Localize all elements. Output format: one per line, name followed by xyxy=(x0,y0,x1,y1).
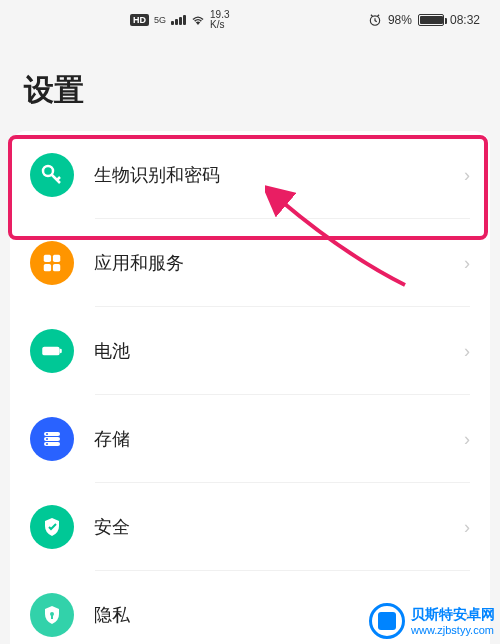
battery-icon xyxy=(30,329,74,373)
settings-item-biometrics[interactable]: 生物识别和密码 › xyxy=(10,131,490,219)
network-speed: 19.3 K/s xyxy=(210,10,229,30)
settings-item-battery[interactable]: 电池 › xyxy=(10,307,490,395)
watermark: 贝斯特安卓网 www.zjbstyy.com xyxy=(369,603,495,639)
alarm-icon xyxy=(368,13,382,27)
item-label: 电池 xyxy=(94,339,464,363)
battery-status-icon xyxy=(418,14,444,26)
settings-item-storage[interactable]: 存储 › xyxy=(10,395,490,483)
signal-icon xyxy=(171,15,186,25)
storage-icon xyxy=(30,417,74,461)
watermark-name: 贝斯特安卓网 xyxy=(411,605,495,623)
chevron-right-icon: › xyxy=(464,165,470,186)
chevron-right-icon: › xyxy=(464,517,470,538)
settings-item-security[interactable]: 安全 › xyxy=(10,483,490,571)
apps-icon xyxy=(30,241,74,285)
privacy-icon xyxy=(30,593,74,637)
settings-list: 生物识别和密码 › 应用和服务 › 电池 › 存储 › 安全 › 隐私 › xyxy=(10,131,490,644)
svg-rect-3 xyxy=(53,255,60,262)
svg-rect-2 xyxy=(44,255,51,262)
chevron-right-icon: › xyxy=(464,341,470,362)
chevron-right-icon: › xyxy=(464,429,470,450)
item-label: 应用和服务 xyxy=(94,251,464,275)
page-title: 设置 xyxy=(0,40,500,131)
svg-rect-15 xyxy=(51,615,53,619)
watermark-logo-icon xyxy=(369,603,405,639)
battery-percent: 98% xyxy=(388,13,412,27)
svg-rect-6 xyxy=(42,347,59,356)
svg-point-13 xyxy=(46,443,48,445)
item-label: 生物识别和密码 xyxy=(94,163,464,187)
svg-rect-7 xyxy=(60,349,62,353)
hd-badge: HD xyxy=(130,14,149,26)
chevron-right-icon: › xyxy=(464,253,470,274)
svg-rect-5 xyxy=(53,264,60,271)
status-right: 98% 08:32 xyxy=(368,13,480,27)
item-label: 存储 xyxy=(94,427,464,451)
svg-rect-4 xyxy=(44,264,51,271)
shield-icon xyxy=(30,505,74,549)
network-type: 5G xyxy=(154,15,166,25)
svg-point-12 xyxy=(46,438,48,440)
item-label: 安全 xyxy=(94,515,464,539)
key-icon xyxy=(30,153,74,197)
settings-item-apps[interactable]: 应用和服务 › xyxy=(10,219,490,307)
watermark-url: www.zjbstyy.com xyxy=(411,623,495,637)
svg-point-11 xyxy=(46,433,48,435)
status-bar: HD 5G 19.3 K/s 98% 08:32 xyxy=(0,0,500,40)
status-left: HD 5G 19.3 K/s xyxy=(130,10,229,30)
wifi-icon xyxy=(191,15,205,25)
clock-time: 08:32 xyxy=(450,13,480,27)
